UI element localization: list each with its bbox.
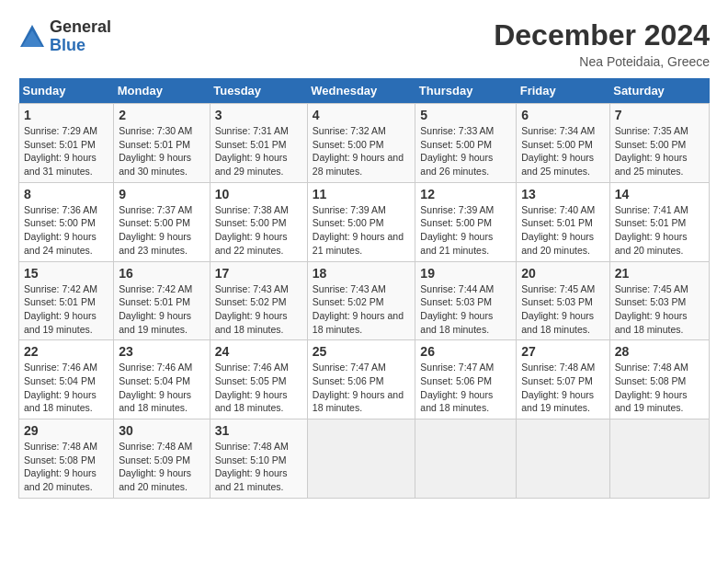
day-info: Sunrise: 7:48 AMSunset: 5:10 PMDaylight:…	[215, 441, 289, 492]
calendar-row: 22Sunrise: 7:46 AMSunset: 5:04 PMDayligh…	[19, 340, 710, 419]
calendar-cell: 24Sunrise: 7:46 AMSunset: 5:05 PMDayligh…	[210, 340, 307, 419]
day-number: 1	[24, 108, 108, 122]
day-header: Thursday	[415, 78, 517, 104]
day-number: 7	[615, 108, 704, 122]
day-number: 17	[215, 266, 302, 281]
calendar-cell: 18Sunrise: 7:43 AMSunset: 5:02 PMDayligh…	[307, 261, 415, 340]
day-number: 20	[521, 266, 605, 281]
day-number: 23	[119, 344, 205, 359]
calendar-table: SundayMondayTuesdayWednesdayThursdayFrid…	[18, 78, 710, 499]
calendar-cell: 3Sunrise: 7:31 AMSunset: 5:01 PMDaylight…	[210, 104, 307, 183]
day-info: Sunrise: 7:36 AMSunset: 5:00 PMDaylight:…	[24, 204, 97, 256]
calendar-cell: 28Sunrise: 7:48 AMSunset: 5:08 PMDayligh…	[609, 340, 709, 419]
day-number: 22	[24, 344, 108, 359]
day-info: Sunrise: 7:48 AMSunset: 5:08 PMDaylight:…	[24, 441, 97, 492]
logo-blue: Blue	[50, 37, 111, 55]
day-number: 2	[119, 108, 205, 122]
location: Nea Poteidaia, Greece	[494, 54, 710, 69]
calendar-cell: 8Sunrise: 7:36 AMSunset: 5:00 PMDaylight…	[19, 182, 114, 261]
calendar-cell: 2Sunrise: 7:30 AMSunset: 5:01 PMDaylight…	[114, 104, 210, 183]
day-header: Saturday	[609, 78, 709, 104]
day-info: Sunrise: 7:33 AMSunset: 5:00 PMDaylight:…	[420, 125, 494, 177]
day-number: 27	[521, 344, 605, 359]
day-number: 14	[615, 187, 704, 201]
day-number: 28	[615, 344, 704, 359]
calendar-cell: 20Sunrise: 7:45 AMSunset: 5:03 PMDayligh…	[517, 261, 610, 340]
calendar-cell: 10Sunrise: 7:38 AMSunset: 5:00 PMDayligh…	[210, 182, 307, 261]
day-info: Sunrise: 7:44 AMSunset: 5:03 PMDaylight:…	[420, 283, 494, 335]
day-info: Sunrise: 7:45 AMSunset: 5:03 PMDaylight:…	[615, 283, 688, 335]
day-number: 11	[313, 187, 411, 201]
logo-icon	[18, 23, 46, 51]
calendar-cell	[517, 419, 610, 499]
day-number: 15	[24, 266, 108, 281]
day-number: 31	[215, 423, 302, 438]
day-number: 19	[420, 266, 511, 281]
day-info: Sunrise: 7:47 AMSunset: 5:06 PMDaylight:…	[420, 362, 494, 413]
day-info: Sunrise: 7:48 AMSunset: 5:07 PMDaylight:…	[521, 362, 595, 413]
day-info: Sunrise: 7:30 AMSunset: 5:01 PMDaylight:…	[119, 125, 192, 177]
day-number: 5	[420, 108, 511, 122]
day-header: Sunday	[19, 78, 114, 104]
calendar-cell: 30Sunrise: 7:48 AMSunset: 5:09 PMDayligh…	[114, 419, 210, 499]
logo: General Blue	[18, 18, 111, 55]
day-info: Sunrise: 7:46 AMSunset: 5:04 PMDaylight:…	[24, 362, 97, 413]
day-info: Sunrise: 7:31 AMSunset: 5:01 PMDaylight:…	[215, 125, 289, 177]
calendar-cell: 23Sunrise: 7:46 AMSunset: 5:04 PMDayligh…	[114, 340, 210, 419]
day-number: 21	[615, 266, 704, 281]
calendar-row: 29Sunrise: 7:48 AMSunset: 5:08 PMDayligh…	[19, 419, 710, 499]
day-number: 6	[521, 108, 605, 122]
calendar-cell: 19Sunrise: 7:44 AMSunset: 5:03 PMDayligh…	[415, 261, 517, 340]
calendar-cell: 17Sunrise: 7:43 AMSunset: 5:02 PMDayligh…	[210, 261, 307, 340]
calendar-cell: 13Sunrise: 7:40 AMSunset: 5:01 PMDayligh…	[517, 182, 610, 261]
calendar-cell: 12Sunrise: 7:39 AMSunset: 5:00 PMDayligh…	[415, 182, 517, 261]
calendar-row: 1Sunrise: 7:29 AMSunset: 5:01 PMDaylight…	[19, 104, 710, 183]
calendar-cell: 31Sunrise: 7:48 AMSunset: 5:10 PMDayligh…	[210, 419, 307, 499]
day-info: Sunrise: 7:42 AMSunset: 5:01 PMDaylight:…	[119, 283, 192, 335]
day-info: Sunrise: 7:39 AMSunset: 5:00 PMDaylight:…	[313, 204, 404, 256]
calendar-row: 8Sunrise: 7:36 AMSunset: 5:00 PMDaylight…	[19, 182, 710, 261]
day-info: Sunrise: 7:35 AMSunset: 5:00 PMDaylight:…	[615, 125, 688, 177]
day-info: Sunrise: 7:43 AMSunset: 5:02 PMDaylight:…	[215, 283, 289, 335]
day-number: 30	[119, 423, 205, 438]
day-header: Wednesday	[307, 78, 415, 104]
calendar-cell: 27Sunrise: 7:48 AMSunset: 5:07 PMDayligh…	[517, 340, 610, 419]
day-info: Sunrise: 7:37 AMSunset: 5:00 PMDaylight:…	[119, 204, 192, 256]
logo-text: General Blue	[50, 18, 111, 55]
calendar-row: 15Sunrise: 7:42 AMSunset: 5:01 PMDayligh…	[19, 261, 710, 340]
calendar-cell: 14Sunrise: 7:41 AMSunset: 5:01 PMDayligh…	[609, 182, 709, 261]
day-header: Tuesday	[210, 78, 307, 104]
day-number: 3	[215, 108, 302, 122]
day-number: 10	[215, 187, 302, 201]
day-number: 9	[119, 187, 205, 201]
day-info: Sunrise: 7:29 AMSunset: 5:01 PMDaylight:…	[24, 125, 97, 177]
day-info: Sunrise: 7:46 AMSunset: 5:04 PMDaylight:…	[119, 362, 192, 413]
calendar-cell: 15Sunrise: 7:42 AMSunset: 5:01 PMDayligh…	[19, 261, 114, 340]
day-number: 24	[215, 344, 302, 359]
calendar-cell: 1Sunrise: 7:29 AMSunset: 5:01 PMDaylight…	[19, 104, 114, 183]
calendar-cell: 21Sunrise: 7:45 AMSunset: 5:03 PMDayligh…	[609, 261, 709, 340]
calendar-cell	[609, 419, 709, 499]
calendar-header-row: SundayMondayTuesdayWednesdayThursdayFrid…	[19, 78, 710, 104]
day-info: Sunrise: 7:39 AMSunset: 5:00 PMDaylight:…	[420, 204, 494, 256]
calendar-cell: 26Sunrise: 7:47 AMSunset: 5:06 PMDayligh…	[415, 340, 517, 419]
day-info: Sunrise: 7:32 AMSunset: 5:00 PMDaylight:…	[313, 125, 404, 177]
calendar-cell: 29Sunrise: 7:48 AMSunset: 5:08 PMDayligh…	[19, 419, 114, 499]
calendar-cell: 16Sunrise: 7:42 AMSunset: 5:01 PMDayligh…	[114, 261, 210, 340]
day-info: Sunrise: 7:48 AMSunset: 5:08 PMDaylight:…	[615, 362, 688, 413]
day-number: 13	[521, 187, 605, 201]
calendar-cell	[415, 419, 517, 499]
day-info: Sunrise: 7:48 AMSunset: 5:09 PMDaylight:…	[119, 441, 192, 492]
calendar-cell: 22Sunrise: 7:46 AMSunset: 5:04 PMDayligh…	[19, 340, 114, 419]
day-info: Sunrise: 7:38 AMSunset: 5:00 PMDaylight:…	[215, 204, 289, 256]
day-info: Sunrise: 7:45 AMSunset: 5:03 PMDaylight:…	[521, 283, 595, 335]
day-header: Monday	[114, 78, 210, 104]
logo-general: General	[50, 18, 111, 37]
month-title: December 2024	[494, 18, 710, 52]
day-header: Friday	[517, 78, 610, 104]
calendar-cell: 7Sunrise: 7:35 AMSunset: 5:00 PMDaylight…	[609, 104, 709, 183]
day-info: Sunrise: 7:46 AMSunset: 5:05 PMDaylight:…	[215, 362, 289, 413]
day-info: Sunrise: 7:34 AMSunset: 5:00 PMDaylight:…	[521, 125, 595, 177]
day-number: 29	[24, 423, 108, 438]
title-section: December 2024 Nea Poteidaia, Greece	[494, 18, 710, 69]
